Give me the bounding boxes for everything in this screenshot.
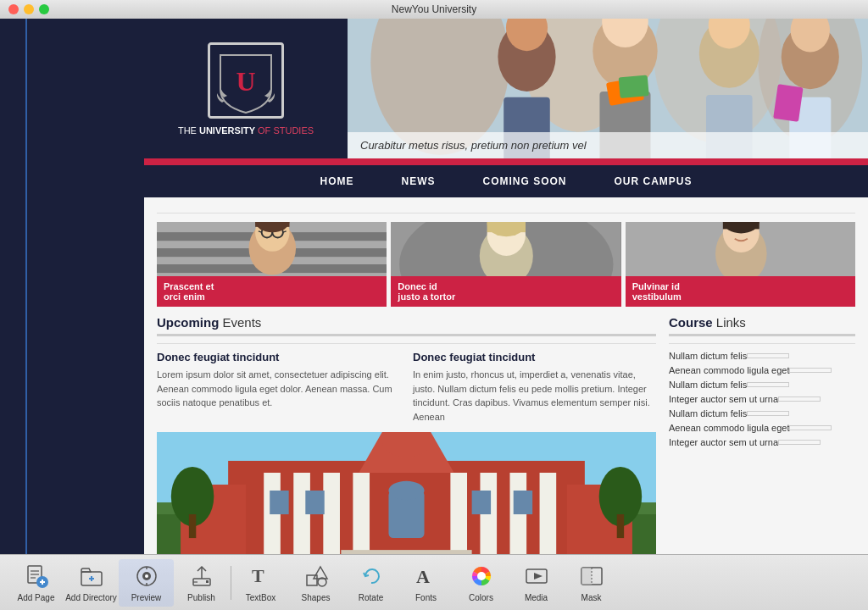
courses-divider bbox=[669, 343, 855, 344]
course-link-box[interactable] bbox=[747, 382, 789, 387]
course-link-item: Aenean commodo ligula eget bbox=[669, 365, 855, 375]
building-image bbox=[157, 432, 656, 554]
toolbar-colors[interactable]: Colors bbox=[453, 559, 509, 607]
svg-rect-64 bbox=[270, 491, 288, 514]
courses-section-header: Course Links bbox=[669, 315, 855, 336]
svg-text:A: A bbox=[416, 566, 430, 587]
course-link-text: Aenean commodo ligula eget bbox=[669, 423, 789, 433]
toolbar-fonts[interactable]: A Fonts bbox=[398, 559, 453, 607]
textbox-label: TextBox bbox=[246, 593, 276, 602]
close-button[interactable] bbox=[8, 4, 19, 14]
feature-images: Prascent etorci enim bbox=[157, 222, 855, 307]
logo-text-the: THE UNIVERSITY OF STUDIES bbox=[178, 125, 314, 136]
minimize-button[interactable] bbox=[24, 4, 34, 14]
left-panel bbox=[0, 19, 144, 554]
divider-top bbox=[157, 213, 855, 214]
svg-rect-65 bbox=[305, 491, 324, 514]
toolbar-textbox[interactable]: T TextBox bbox=[233, 559, 288, 607]
shapes-icon bbox=[303, 563, 330, 590]
courses-column: Course Links Nullam dictum felis Aenean … bbox=[669, 315, 855, 554]
courses-title: Course Links bbox=[669, 315, 746, 330]
course-link-text: Nullam dictum felis bbox=[669, 351, 747, 361]
svg-rect-106 bbox=[581, 568, 592, 585]
toolbar-preview[interactable]: Preview bbox=[119, 559, 174, 607]
caption-bar: Curabitur metus risus, pretium non preti… bbox=[348, 132, 868, 158]
nav-item-home[interactable]: HOME bbox=[313, 172, 360, 191]
nav-item-news[interactable]: NEWS bbox=[394, 172, 442, 191]
svg-rect-47 bbox=[722, 222, 759, 229]
toolbar-media[interactable]: Media bbox=[509, 559, 564, 607]
nav-inner: HOME NEWS COMING SOON OUR CAMPUS bbox=[144, 165, 868, 197]
events-divider bbox=[157, 343, 656, 344]
add-page-icon bbox=[23, 563, 50, 590]
nav-item-coming-soon[interactable]: COMING SOON bbox=[476, 172, 573, 191]
course-link-text: Aenean commodo ligula eget bbox=[669, 365, 789, 375]
site-header: U THE UNIVERSITY OF STUDIES bbox=[144, 19, 868, 158]
course-link-box[interactable] bbox=[747, 353, 789, 358]
event-article-2: Donec feugiat tincidunt In enim justo, r… bbox=[413, 351, 656, 424]
publish-label: Publish bbox=[187, 593, 215, 602]
add-directory-label: Add Directory bbox=[65, 593, 117, 602]
course-link-item: Integer auctor sem ut urna bbox=[669, 437, 855, 447]
events-section-header: Upcoming Events bbox=[157, 315, 656, 336]
svg-rect-74 bbox=[189, 514, 196, 538]
course-link-box[interactable] bbox=[789, 368, 832, 373]
svg-point-63 bbox=[388, 481, 424, 500]
website-canvas: U THE UNIVERSITY OF STUDIES bbox=[144, 19, 868, 554]
titlebar: NewYou University bbox=[0, 0, 868, 19]
course-link-text: Integer auctor sem ut urna bbox=[669, 394, 778, 404]
accent-bar bbox=[144, 158, 868, 165]
course-link-box[interactable] bbox=[778, 396, 821, 402]
events-title-highlight: Upcoming bbox=[157, 315, 219, 330]
feature-label-1: Prascent etorci enim bbox=[157, 276, 387, 307]
logo-area: U THE UNIVERSITY OF STUDIES bbox=[144, 19, 348, 158]
course-link-item: Integer auctor sem ut urna bbox=[669, 394, 855, 404]
course-link-box[interactable] bbox=[789, 425, 832, 430]
site-nav: HOME NEWS COMING SOON OUR CAMPUS bbox=[144, 165, 868, 197]
logo-tagline: THE UNIVERSITY OF STUDIES bbox=[178, 125, 314, 136]
course-link-item: Nullam dictum felis bbox=[669, 408, 855, 419]
hero-image: Curabitur metus risus, pretium non preti… bbox=[348, 19, 868, 158]
toolbar-add-page[interactable]: Add Page bbox=[8, 559, 64, 607]
nav-item-our-campus[interactable]: OUR CAMPUS bbox=[608, 172, 699, 191]
toolbar-mask[interactable]: Mask bbox=[564, 559, 619, 607]
svg-rect-56 bbox=[450, 473, 467, 554]
svg-rect-55 bbox=[353, 473, 370, 554]
rotate-label: Rotate bbox=[359, 593, 383, 602]
svg-text:T: T bbox=[252, 565, 264, 586]
svg-rect-76 bbox=[617, 514, 624, 538]
toolbar-shapes[interactable]: Shapes bbox=[288, 559, 343, 607]
toolbar-rotate[interactable]: Rotate bbox=[343, 559, 398, 607]
feature-label-2: Donec idjusto a tortor bbox=[391, 276, 620, 307]
rotate-icon bbox=[358, 563, 385, 590]
svg-text:U: U bbox=[236, 66, 255, 97]
course-link-text: Nullam dictum felis bbox=[669, 408, 747, 419]
course-link-box[interactable] bbox=[747, 411, 789, 416]
course-links-list: Nullam dictum felis Aenean commodo ligul… bbox=[669, 351, 855, 447]
colors-icon bbox=[468, 563, 495, 590]
svg-rect-67 bbox=[514, 491, 532, 514]
svg-rect-68 bbox=[341, 550, 471, 554]
event-2-title: Donec feugiat tincidunt bbox=[413, 351, 656, 363]
fonts-icon: A bbox=[413, 563, 440, 590]
course-link-box[interactable] bbox=[778, 440, 821, 445]
site-content: Prascent etorci enim bbox=[144, 197, 868, 554]
svg-rect-54 bbox=[323, 473, 340, 554]
mask-icon bbox=[578, 563, 605, 590]
toolbar-publish[interactable]: Publish bbox=[174, 559, 229, 607]
textbox-icon: T bbox=[248, 563, 275, 590]
two-col-layout: Upcoming Events Donec feugiat tincidunt … bbox=[157, 315, 855, 554]
courses-title-rest: Links bbox=[713, 315, 746, 330]
preview-label: Preview bbox=[131, 593, 162, 602]
svg-rect-59 bbox=[540, 473, 557, 554]
maximize-button[interactable] bbox=[39, 4, 49, 14]
toolbar-add-directory[interactable]: Add Directory bbox=[64, 559, 119, 607]
feature-label-3: Pulvinar idvestibulum bbox=[626, 276, 855, 307]
logo-text-of: OF STUDIES bbox=[258, 125, 314, 136]
window-controls bbox=[8, 4, 49, 14]
toolbar-separator-1 bbox=[231, 566, 231, 600]
events-column: Upcoming Events Donec feugiat tincidunt … bbox=[157, 315, 656, 554]
add-page-label: Add Page bbox=[18, 593, 55, 602]
svg-marker-104 bbox=[534, 573, 542, 580]
fonts-label: Fonts bbox=[415, 593, 437, 602]
